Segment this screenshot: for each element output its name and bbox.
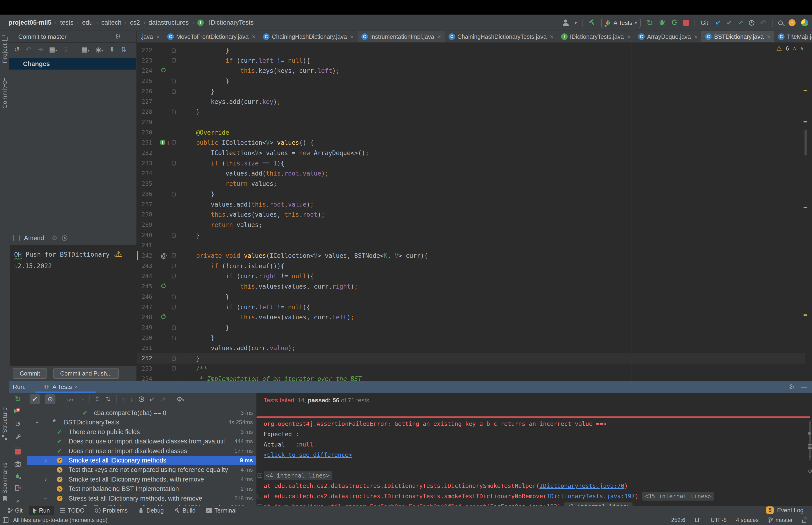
close-icon[interactable]: × (550, 33, 553, 41)
commit-message-input[interactable]: OH Push for BSTDictionary ↲ ↳2.15.2022 (10, 245, 137, 366)
close-icon[interactable]: × (75, 384, 78, 389)
line-number[interactable]: 227 (137, 96, 152, 107)
tree-chevron-icon[interactable]: › (45, 475, 47, 484)
build-hammer-icon[interactable] (588, 19, 596, 27)
previous-failed-icon[interactable]: ↑ (122, 396, 125, 403)
line-number[interactable]: 240 (137, 230, 152, 240)
collapse-all-icon[interactable]: ⇅ (105, 396, 111, 403)
inspection-widget[interactable]: ⚠ 6 ∧ ∨ (776, 45, 804, 52)
caret-position[interactable]: 252:6 (671, 517, 685, 523)
code-with-me-icon[interactable] (801, 19, 808, 26)
line-number[interactable]: 254 (137, 374, 152, 381)
code-fold-marker[interactable] (172, 233, 176, 238)
gear-icon[interactable]: ⚙ (789, 384, 795, 390)
user-icon[interactable] (563, 19, 569, 26)
line-number[interactable]: 228 (137, 107, 152, 117)
scrollbar-warning-mark[interactable] (803, 90, 807, 91)
chevron-down-icon[interactable]: ▾ (574, 20, 577, 25)
soft-wrap-icon[interactable]: ≡ (808, 431, 812, 436)
test-tree-row[interactable]: ✕Test IDictionary of ... with seed=24589… (27, 503, 256, 506)
scrollbar-warning-mark[interactable] (803, 314, 807, 316)
event-log[interactable]: 5 Event Log (766, 506, 803, 515)
line-number[interactable]: 234 (137, 168, 152, 179)
code-fold-marker[interactable] (172, 295, 176, 299)
test-tree-row[interactable]: ✔There are no public fields3 ms (27, 427, 256, 437)
editor-tab[interactable]: CInstrumentationImpl.java× (357, 31, 445, 42)
internal-lines-chip[interactable]: <35 internal lines> (642, 492, 714, 500)
line-ending[interactable]: LF (695, 517, 701, 523)
code-fold-marker[interactable] (172, 79, 176, 84)
close-icon[interactable]: × (767, 33, 770, 41)
git-commit-check-icon[interactable]: ✔ (726, 19, 732, 26)
code-fold-marker[interactable] (172, 335, 176, 340)
line-number[interactable]: 235 (137, 179, 152, 189)
export-results-icon[interactable]: ↗ (160, 396, 165, 403)
code-fold-marker[interactable] (172, 253, 176, 258)
line-number[interactable]: 251 (137, 343, 152, 353)
history-clock-icon[interactable] (749, 20, 754, 26)
lock-icon[interactable] (802, 520, 806, 523)
line-number[interactable]: 250 (137, 333, 152, 343)
line-number[interactable]: 243 (137, 261, 152, 271)
expand-all-icon[interactable]: ⇕ (95, 396, 100, 403)
line-number[interactable]: 245 (137, 281, 152, 291)
changelist-icon[interactable]: ▤▾ (49, 46, 57, 53)
group-by-icon[interactable]: ▦▾ (81, 46, 90, 53)
line-number[interactable]: 233 (137, 158, 152, 168)
view-options-eye-icon[interactable]: ◉▾ (96, 46, 103, 53)
test-tree-row[interactable]: ›✕Smoke test all IDictionary methods, wi… (27, 475, 256, 484)
test-tree-row[interactable]: ✕Test that keys are not compared using r… (27, 465, 256, 475)
test-settings-wrench-icon[interactable] (10, 433, 26, 441)
git-push-icon[interactable]: ↗ (738, 19, 743, 26)
exit-icon[interactable] (10, 484, 26, 492)
line-number[interactable]: 223 (137, 56, 152, 66)
import-results-icon[interactable]: ↙ (150, 396, 155, 403)
more-icon[interactable]: » (10, 498, 26, 504)
line-number[interactable]: 248 (137, 312, 152, 322)
ide-update-icon[interactable]: ↑ (788, 19, 796, 26)
code-fold-marker[interactable] (172, 264, 176, 268)
code-fold-marker[interactable] (172, 356, 176, 361)
sort-by-duration-icon[interactable]: ↓≡ (78, 396, 83, 402)
bottom-tab-run[interactable]: Run (29, 506, 54, 515)
breadcrumb-item[interactable]: datastructures (149, 19, 189, 26)
test-tree-row[interactable]: ›✕Stress test all IDictionary methods, w… (27, 494, 256, 503)
console-link[interactable]: IDictionaryTests.java:197 (547, 493, 635, 500)
commit-history-clock-icon[interactable] (62, 235, 67, 241)
debug-button[interactable] (659, 19, 665, 27)
recursive-call-gutter-icon[interactable] (161, 68, 166, 72)
kebab-menu-icon[interactable]: ⋮ (802, 34, 809, 40)
test-tree[interactable]: ✔cba.compareTo(cba) == 03 ms›*BSTDiction… (27, 406, 256, 506)
show-ignored-toggle[interactable]: ⊘ (45, 394, 56, 404)
line-number[interactable]: 225 (137, 76, 152, 86)
line-number[interactable]: 244 (137, 271, 152, 281)
coverage-button[interactable] (671, 19, 678, 27)
line-number[interactable]: 242 (137, 251, 152, 261)
code-fold-marker[interactable] (172, 366, 176, 371)
expand-all-icon[interactable]: ⇕ (109, 46, 114, 53)
console-link[interactable]: IDictionaryTests.java:70 (539, 482, 624, 489)
unshelve-icon[interactable]: ↧ (63, 46, 68, 53)
editor-tab[interactable]: CArrayDeque.java× (634, 31, 701, 42)
console-settings-icon[interactable]: ⚙ (808, 469, 812, 474)
close-icon[interactable]: × (350, 33, 354, 41)
bottom-tab-build[interactable]: Build (170, 506, 200, 515)
breadcrumb-item[interactable]: tests (60, 19, 74, 26)
hide-panel-icon[interactable]: — (801, 384, 807, 390)
close-icon[interactable]: × (438, 33, 441, 41)
line-number[interactable]: 224 (137, 65, 152, 76)
editor-tab[interactable]: CChainingHashDictionaryTests.java× (445, 31, 557, 42)
line-number[interactable]: 241 (137, 240, 152, 251)
test-tree-row[interactable]: ›✕Smoke test all IDictionary methods9 ms (27, 456, 256, 465)
close-icon[interactable]: × (252, 33, 256, 41)
editor-scrollbar[interactable] (805, 130, 807, 155)
sort-alphabetically-icon[interactable]: ↓az (66, 396, 73, 402)
changes-node[interactable]: Changes (10, 58, 136, 70)
console-fold-expand-icon[interactable]: + (258, 504, 262, 506)
code-fold-marker[interactable] (172, 58, 176, 63)
run-button[interactable]: ↻ (646, 19, 653, 27)
scroll-to-end-icon[interactable]: ↧ (808, 456, 812, 462)
code-fold-marker[interactable] (172, 140, 176, 145)
line-number[interactable]: 222 (137, 45, 152, 56)
bottom-tab-problems[interactable]: !Problems (91, 506, 132, 515)
